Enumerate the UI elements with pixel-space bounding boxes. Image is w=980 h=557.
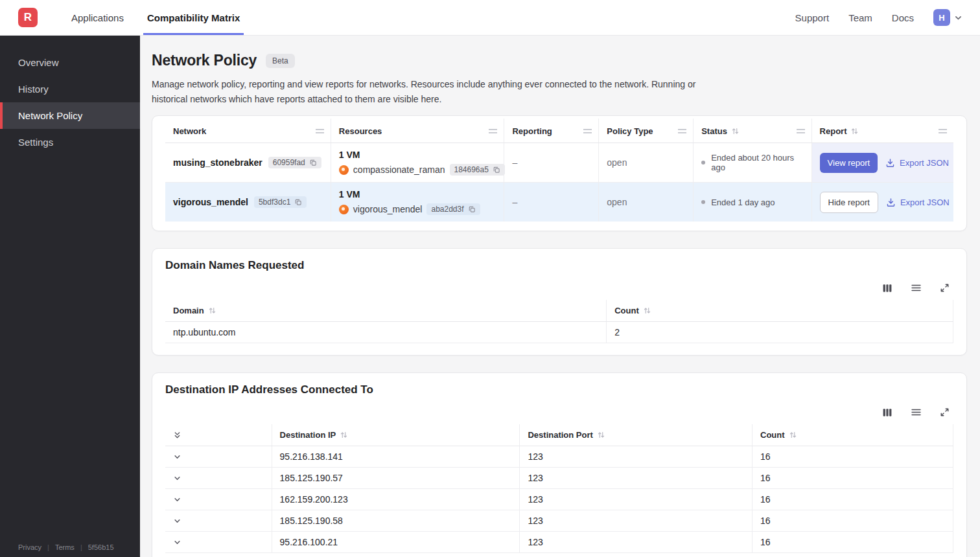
copy-icon[interactable] (468, 205, 476, 213)
destination-port-cell: 123 (520, 489, 752, 510)
table-toolbar (165, 407, 950, 418)
sidebar-item-history[interactable]: History (0, 76, 140, 102)
col-reporting: Reporting (504, 119, 599, 143)
sort-icon[interactable] (731, 127, 740, 135)
sort-icon[interactable] (208, 306, 216, 315)
page-description: Manage network policy, reporting and vie… (152, 77, 722, 106)
network-cell: musing_stonebraker 60959fad (165, 143, 331, 183)
chevron-down-icon[interactable] (953, 13, 963, 23)
column-menu-icon[interactable] (583, 129, 592, 133)
account-menu[interactable]: H (933, 9, 963, 26)
col-destination-ip: Destination IP (272, 424, 520, 446)
destination-ip-cell: 162.159.200.123 (272, 489, 520, 510)
nav-support[interactable]: Support (795, 12, 830, 23)
columns-icon[interactable] (882, 283, 892, 293)
networks-card: Network Resources Reporting Policy Type … (152, 115, 967, 231)
status-dot-icon (701, 161, 705, 165)
nav-applications[interactable]: Applications (60, 0, 135, 35)
sidebar-item-network-policy[interactable]: Network Policy (0, 102, 140, 129)
table-row: ntp.ubuntu.com 2 (165, 322, 953, 343)
main-nav: Applications Compatibility Matrix (60, 0, 251, 35)
nav-docs[interactable]: Docs (892, 12, 914, 23)
expand-row-icon[interactable] (173, 495, 264, 504)
copy-icon[interactable] (294, 198, 302, 206)
row-density-icon[interactable] (911, 282, 922, 293)
column-menu-icon[interactable] (939, 129, 947, 133)
col-count-label: Count (760, 430, 785, 440)
column-menu-icon[interactable] (489, 129, 497, 133)
policy-type-cell: open (599, 143, 694, 183)
build-version: 5f56b15 (88, 543, 114, 551)
column-menu-icon[interactable] (316, 129, 324, 133)
export-json-button[interactable]: Export JSON (886, 198, 950, 207)
expand-row-icon[interactable] (173, 538, 264, 547)
col-domain: Domain (165, 300, 607, 322)
sidebar-item-settings[interactable]: Settings (0, 129, 140, 155)
status-text: Ended about 20 hours ago (711, 153, 803, 172)
expand-row-icon[interactable] (173, 453, 264, 461)
sort-icon[interactable] (643, 306, 651, 315)
sort-icon[interactable] (850, 127, 859, 135)
sort-icon[interactable] (789, 431, 797, 439)
expand-row-icon[interactable] (173, 474, 264, 483)
nav-compatibility-matrix[interactable]: Compatibility Matrix (135, 0, 251, 35)
destination-port-cell: 123 (520, 468, 752, 489)
network-cell: vigorous_mendel 5bdf3dc1 (165, 183, 331, 222)
export-json-button[interactable]: Export JSON (885, 158, 949, 168)
destinations-card: Destination IP Addresses Connected To De… (152, 372, 967, 557)
col-status-label: Status (701, 126, 727, 136)
destinations-card-title: Destination IP Addresses Connected To (165, 383, 953, 396)
column-menu-icon[interactable] (797, 129, 805, 133)
nav-team[interactable]: Team (848, 12, 872, 23)
col-reporting-label: Reporting (512, 126, 552, 136)
copy-icon[interactable] (309, 159, 317, 166)
topbar-right: Support Team Docs H (795, 0, 963, 35)
destination-port-cell: 123 (520, 532, 752, 553)
resources-cell: 1 VM vigorous_mendel aba2dd3f (331, 183, 504, 222)
fullscreen-icon[interactable] (940, 283, 950, 293)
sidebar-item-overview[interactable]: Overview (0, 49, 140, 76)
view-report-button[interactable]: View report (820, 153, 878, 173)
table-row: 185.125.190.57 123 16 (165, 468, 953, 489)
privacy-link[interactable]: Privacy (18, 543, 41, 551)
destination-port-cell: 123 (520, 510, 752, 532)
destinations-table: Destination IP Destination Port Count 95… (165, 424, 953, 553)
main-content: Network Policy Beta Manage network polic… (140, 36, 980, 557)
avatar[interactable]: H (933, 9, 950, 26)
table-row: musing_stonebraker 60959fad 1 VM compass… (165, 143, 953, 183)
copy-icon[interactable] (493, 166, 500, 174)
status-dot-icon (701, 200, 705, 204)
table-header-row: Destination IP Destination Port Count (165, 424, 953, 446)
row-density-icon[interactable] (911, 407, 922, 418)
app-logo[interactable]: R (18, 8, 38, 27)
table-header-row: Domain Count (165, 300, 953, 322)
sort-icon[interactable] (597, 431, 605, 439)
count-cell: 16 (752, 446, 953, 468)
columns-icon[interactable] (882, 407, 892, 418)
vm-count: 1 VM (339, 189, 496, 199)
table-toolbar (165, 282, 950, 293)
sort-icon[interactable] (340, 431, 348, 439)
col-count: Count (607, 300, 953, 322)
resource-id-badge: aba2dd3f (426, 203, 480, 215)
fullscreen-icon[interactable] (940, 407, 950, 417)
col-expand-all (165, 424, 272, 446)
hide-report-button[interactable]: Hide report (820, 192, 878, 213)
expand-all-icon[interactable] (173, 431, 264, 440)
column-menu-icon[interactable] (678, 129, 686, 133)
sidebar-footer: Privacy | Terms | 5f56b15 (0, 543, 140, 551)
policy-type-cell: open (599, 183, 694, 222)
col-destination-ip-label: Destination IP (280, 430, 336, 440)
expand-row-icon[interactable] (173, 517, 264, 525)
col-destination-port-label: Destination Port (528, 430, 592, 440)
terms-link[interactable]: Terms (55, 543, 75, 551)
col-domain-label: Domain (173, 306, 204, 315)
network-name: musing_stonebraker (173, 157, 262, 168)
domains-card: Domain Names Requested Domain Count ntp.… (152, 248, 967, 356)
resource-name: vigorous_mendel (353, 204, 423, 214)
expander-cell (165, 446, 272, 468)
report-cell: View report Export JSON (811, 143, 953, 183)
destination-ip-cell: 95.216.138.141 (272, 446, 520, 468)
expander-cell (165, 468, 272, 489)
beta-badge: Beta (266, 54, 295, 68)
